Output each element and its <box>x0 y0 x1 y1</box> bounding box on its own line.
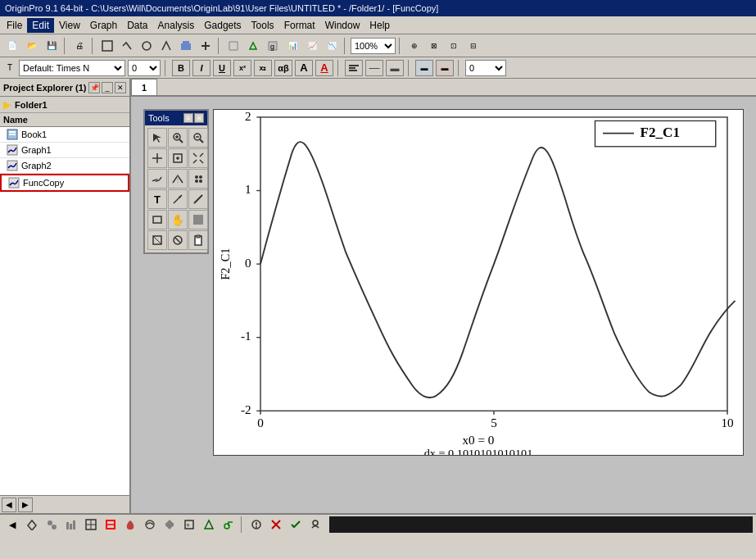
tb-icon7[interactable] <box>224 37 242 55</box>
plot-area[interactable]: 2 1 0 -1 -2 F2_C1 <box>213 109 744 456</box>
clipboard-tool[interactable] <box>188 230 208 250</box>
graph-tab-1[interactable]: 1 <box>131 79 157 95</box>
graph-window[interactable]: Tools ≡ ✕ <box>131 97 756 513</box>
bt-btn6[interactable] <box>121 516 139 534</box>
draw-data-tool[interactable] <box>147 169 167 189</box>
pe-close-btn[interactable]: ✕ <box>115 82 126 93</box>
bold-btn[interactable]: B <box>172 60 190 76</box>
menu-graph[interactable]: Graph <box>85 18 122 33</box>
size-select2[interactable]: 0 <box>465 60 506 76</box>
svg-rect-41 <box>153 216 161 223</box>
rect-tool[interactable] <box>147 210 167 230</box>
fill-color[interactable]: ▬ <box>415 60 433 76</box>
fill-color2[interactable]: ▬ <box>436 60 454 76</box>
tb-more2[interactable]: 📈 <box>303 37 321 55</box>
zoom-in-tool[interactable] <box>168 128 188 148</box>
menu-help[interactable]: Help <box>364 18 395 33</box>
tb-icon9[interactable]: g <box>264 37 282 55</box>
line-color[interactable]: ▬ <box>386 60 404 76</box>
align-left[interactable] <box>345 60 363 76</box>
bt-btn12[interactable] <box>247 516 265 534</box>
menu-view[interactable]: View <box>54 18 85 33</box>
bt-btn15[interactable] <box>306 516 324 534</box>
menu-window[interactable]: Window <box>320 18 365 33</box>
bt-btn9[interactable]: + <box>180 516 198 534</box>
bt-btn14[interactable] <box>287 516 305 534</box>
bt-arrow-left[interactable]: ◀ <box>3 516 21 534</box>
bt-btn13[interactable] <box>267 516 285 534</box>
text-tool[interactable]: T <box>147 189 167 209</box>
menu-format[interactable]: Format <box>279 18 320 33</box>
bt-btn10[interactable] <box>200 516 218 534</box>
open-btn[interactable]: 📂 <box>23 37 41 55</box>
menu-edit[interactable]: Edit <box>27 18 54 33</box>
pe-scroll-left[interactable]: ◀ <box>2 498 16 512</box>
new-btn[interactable]: 📄 <box>3 37 21 55</box>
zoom-out-tool[interactable] <box>188 128 208 148</box>
font-color-A2[interactable]: A <box>315 60 333 76</box>
bt-btn11[interactable] <box>220 516 238 534</box>
menu-analysis[interactable]: Analysis <box>153 18 200 33</box>
annotate-tool[interactable] <box>188 169 208 189</box>
pe-scroll-right[interactable]: ▶ <box>18 498 33 512</box>
font-select[interactable]: Default: Times N <box>19 60 125 76</box>
print-btn[interactable]: 🖨 <box>70 37 88 55</box>
pe-pin-btn[interactable]: 📌 <box>88 82 100 93</box>
tb-icon6[interactable] <box>197 37 215 55</box>
pe-minimize-btn[interactable]: _ <box>102 82 113 93</box>
mask-tool[interactable] <box>147 230 167 250</box>
mask-points-tool[interactable] <box>168 230 188 250</box>
font-size-select[interactable]: 0 <box>128 60 161 76</box>
tb-more1[interactable]: 📊 <box>283 37 301 55</box>
save-btn[interactable]: 💾 <box>43 37 61 55</box>
svg-text:1: 1 <box>245 184 251 197</box>
tools-settings-btn[interactable]: ≡ <box>183 113 193 123</box>
tb-icon4[interactable] <box>157 37 175 55</box>
menu-gadgets[interactable]: Gadgets <box>199 18 246 33</box>
bt-btn1[interactable] <box>23 516 41 534</box>
pointer-tool[interactable] <box>147 128 167 148</box>
tb-right1[interactable]: ⊕ <box>405 37 423 55</box>
zoom-select[interactable]: 100% <box>351 38 396 54</box>
tb-icon2[interactable] <box>118 37 136 55</box>
pe-folder-row[interactable]: ▶ Folder1 <box>0 97 129 113</box>
pe-item-graph2[interactable]: Graph2 <box>0 158 129 174</box>
bt-btn7[interactable] <box>141 516 159 534</box>
font-color-A[interactable]: A <box>295 60 313 76</box>
tools-close-btn[interactable]: ✕ <box>194 113 204 123</box>
tb-icon3[interactable] <box>138 37 156 55</box>
bt-btn8[interactable] <box>161 516 179 534</box>
pick-peak-tool[interactable] <box>168 169 188 189</box>
pe-item-graph1[interactable]: Graph1 <box>0 143 129 158</box>
tb-right4[interactable]: ⊟ <box>464 37 482 55</box>
bt-btn2[interactable] <box>43 516 61 534</box>
menu-tools[interactable]: Tools <box>247 18 279 33</box>
bt-btn4[interactable] <box>82 516 100 534</box>
tb-icon5[interactable] <box>177 37 195 55</box>
line-style[interactable]: ── <box>365 60 383 76</box>
scale-out-tool[interactable] <box>188 148 208 168</box>
underline-btn[interactable]: U <box>213 60 231 76</box>
subscript-btn[interactable]: x₂ <box>254 60 272 76</box>
pan-tool[interactable]: ✋ <box>168 210 188 230</box>
tb-icon1[interactable] <box>98 37 116 55</box>
tb-more3[interactable]: 📉 <box>323 37 341 55</box>
menu-file[interactable]: File <box>2 18 27 33</box>
tb-right3[interactable]: ⊡ <box>445 37 463 55</box>
bt-btn3[interactable] <box>62 516 80 534</box>
pe-item-book1[interactable]: Book1 <box>0 127 129 143</box>
alpha-btn[interactable]: αβ <box>274 60 292 76</box>
tb-right2[interactable]: ⊠ <box>425 37 443 55</box>
bt-btn5[interactable] <box>102 516 120 534</box>
italic-btn[interactable]: I <box>192 60 211 76</box>
arrow-tool[interactable] <box>168 189 188 209</box>
scale-in-tool[interactable] <box>168 148 188 168</box>
line-tool[interactable] <box>188 189 208 209</box>
superscript-btn[interactable]: x² <box>233 60 251 76</box>
fill-tool[interactable] <box>188 210 208 230</box>
tb-icon8[interactable] <box>244 37 262 55</box>
font-dialog-btn[interactable]: T <box>3 59 16 77</box>
pe-item-funccopy[interactable]: FuncCopy <box>0 174 129 192</box>
menu-data[interactable]: Data <box>122 18 152 33</box>
crosshair-tool[interactable] <box>147 148 167 168</box>
